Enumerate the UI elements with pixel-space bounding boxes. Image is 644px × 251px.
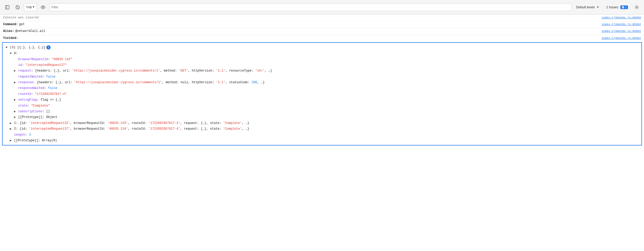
issues-badge: 2 [620, 5, 628, 9]
prototype-arr-row: [[Prototype]]: Array(0) [7, 138, 641, 143]
prototype-obj-row: [[Prototype]]: Object [11, 114, 641, 120]
routeid-row: routeId : "1722093367817-4" [11, 91, 641, 97]
svg-line-3 [16, 6, 19, 9]
command-row: Command: get index-CjVm4zOo.js:95662 [0, 21, 644, 28]
setlogflag-toggle[interactable] [14, 97, 18, 102]
levels-dropdown-icon: ▼ [597, 6, 599, 9]
id-val: "interceptedRequest27" [26, 62, 67, 68]
alias-row: Alias: @networkCall.all index-CjVm4zOo.j… [0, 28, 644, 35]
length-row: length : 3 [7, 132, 641, 138]
svg-point-4 [42, 6, 44, 8]
command-link[interactable]: index-CjVm4zOo.js:95662 [601, 23, 641, 26]
request-row: request : {headers: {…}, url: 'https://j… [11, 68, 641, 74]
item2-row: 2: {id: 'interceptedRequest37', browserR… [7, 126, 641, 132]
id-key: id [18, 62, 22, 68]
tree-root-row: (3) [{…}, {…}, {…}] i [3, 44, 641, 51]
toggle-sidebar-button[interactable] [3, 3, 11, 11]
subscriptions-row: subscriptions : [] [11, 109, 641, 114]
issues-button[interactable]: 2 Issues: 2 [604, 4, 631, 10]
setlogflag-label: flag => {…} [40, 97, 61, 102]
alias-value: @networkCall.all [15, 29, 45, 34]
request-toggle[interactable] [14, 68, 18, 73]
command-label: Command: [3, 22, 18, 27]
prototype-arr-label: [[Prototype]]: Array(0) [14, 138, 57, 143]
browserrequestid-key: browserRequestId [18, 57, 48, 62]
browserrequestid-row: browserRequestId : "40835.132" [11, 57, 641, 62]
responsewaited-row: responseWaited : false [11, 85, 641, 91]
yielded-label: Yielded: [3, 36, 18, 41]
browserrequestid-val: "40835.132" [52, 57, 72, 62]
item1-toggle[interactable] [10, 121, 14, 126]
root-toggle[interactable] [6, 45, 10, 50]
alias-link[interactable]: index-CjVm4zOo.js:95662 [601, 30, 641, 33]
routeid-val: "1722093367817-4" [35, 92, 67, 97]
svg-rect-0 [5, 5, 9, 9]
yielded-link[interactable]: index-CjVm4zOo.js:95662 [601, 37, 641, 40]
item0-label: 0: [14, 51, 18, 56]
requestwaited-row: requestWaited : false [11, 74, 641, 80]
prototype-obj-toggle[interactable] [14, 115, 18, 120]
console-content: Console was cleared index-CjVm4zOo.js:95… [0, 15, 644, 145]
item0-row: 0: [7, 51, 641, 56]
yielded-row: Yielded: index-CjVm4zOo.js:95662 [0, 35, 644, 42]
prototype-arr-toggle[interactable] [10, 138, 14, 143]
responsewaited-key: responseWaited [18, 86, 44, 91]
eye-button[interactable] [39, 3, 47, 11]
context-label: top [26, 5, 32, 9]
info-badge: i [46, 45, 51, 50]
setlogflag-row: setLogFlag : flag => {…} [11, 97, 641, 103]
json-tree: (3) [{…}, {…}, {…}] i 0: browserRequestI… [2, 42, 642, 146]
svg-point-8 [636, 6, 638, 8]
id-row: id : "interceptedRequest27" [11, 62, 641, 68]
root-label: (3) [{…}, {…}, {…}] [10, 45, 45, 50]
state-key: state [18, 103, 27, 108]
state-val: "Complete" [31, 103, 50, 108]
item2-toggle[interactable] [10, 127, 14, 131]
prototype-obj-label: [[Prototype]]: Object [18, 115, 57, 120]
item0-toggle[interactable] [10, 51, 14, 56]
clear-console-button[interactable] [13, 3, 22, 11]
response-row: response : {headers: {…}, url: 'https://… [11, 80, 641, 85]
alias-label: Alias: [3, 29, 14, 34]
command-value: get [19, 22, 25, 27]
item1-row: 1: {id: 'interceptedRequest32', browserR… [7, 120, 641, 126]
context-dropdown-icon: ▼ [33, 6, 34, 9]
response-toggle[interactable] [14, 80, 18, 85]
requestwaited-val: false [46, 74, 55, 79]
cleared-link[interactable]: index-CjVm4zOo.js:95669 [601, 16, 641, 19]
subscriptions-toggle[interactable] [14, 109, 18, 114]
filter-input[interactable] [49, 3, 571, 11]
responsewaited-val: false [48, 86, 57, 91]
default-levels-button[interactable]: Default levels ▼ [573, 4, 602, 10]
requestwaited-key: requestWaited [18, 74, 43, 79]
routeid-key: routeId [18, 92, 31, 97]
cleared-row: Console was cleared index-CjVm4zOo.js:95… [0, 15, 644, 21]
request-label: {headers: {…}, url: 'https://jsonplaceho… [35, 68, 272, 73]
toolbar: top ▼ Default levels ▼ 2 Issues: 2 [0, 0, 644, 15]
state-row: state : "Complete" [11, 103, 641, 109]
context-selector[interactable]: top ▼ [24, 3, 37, 11]
settings-button[interactable] [633, 3, 641, 11]
cleared-text: Console was cleared [3, 15, 39, 20]
